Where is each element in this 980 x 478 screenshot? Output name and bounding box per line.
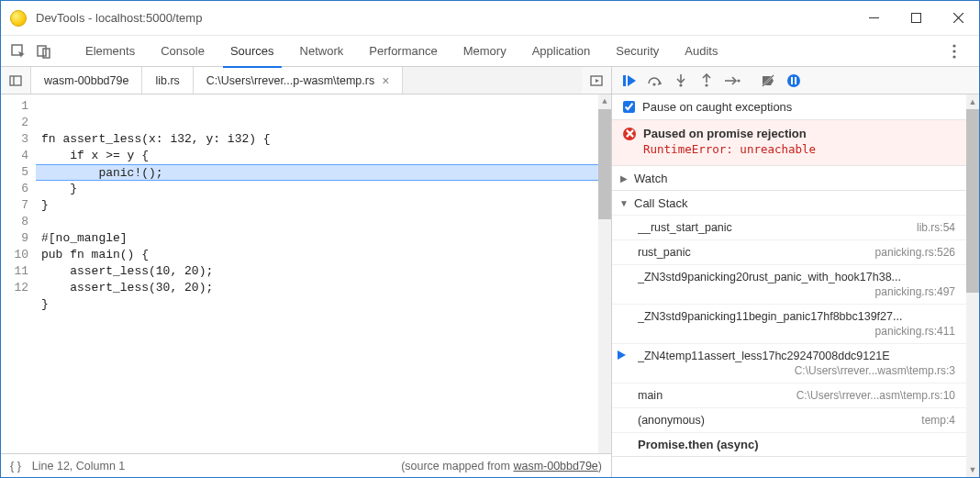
pause-caught-checkbox[interactable] <box>623 101 635 113</box>
line-number[interactable]: 4 <box>5 148 28 164</box>
resume-button[interactable] <box>621 72 638 89</box>
code-line[interactable]: pub fn main() { <box>41 247 606 263</box>
pause-caught-label: Pause on caught exceptions <box>642 100 792 114</box>
file-tab[interactable]: C:\Users\rrever...p-wasm\temp.rs× <box>194 67 404 94</box>
line-number[interactable]: 9 <box>5 230 28 247</box>
debugger-scrollbar[interactable]: ▲ ▼ <box>966 94 979 477</box>
chevron-down-icon: ▼ <box>619 198 629 208</box>
watch-section: ▶ Watch <box>612 166 966 191</box>
panel-tabs: ElementsConsoleSourcesNetworkPerformance… <box>72 36 937 67</box>
run-snippet-icon[interactable] <box>582 67 611 94</box>
watch-section-header[interactable]: ▶ Watch <box>612 166 966 190</box>
frame-location: C:\Users\rrever...asm\temp.rs:10 <box>796 389 955 402</box>
svg-point-9 <box>952 55 955 58</box>
svg-point-22 <box>737 79 740 82</box>
line-number[interactable]: 10 <box>5 247 28 263</box>
callstack-frame[interactable]: mainC:\Users\rrever...asm\temp.rs:10 <box>612 383 966 407</box>
app-icon <box>10 10 27 27</box>
file-tab[interactable]: wasm-00bbd79e <box>31 67 142 94</box>
frame-function: _ZN3std9panicking20rust_panic_with_hook1… <box>638 271 901 283</box>
callstack-frame[interactable]: __rust_start_paniclib.rs:54 <box>612 215 966 239</box>
tab-audits[interactable]: Audits <box>672 36 730 67</box>
editor-scrollbar[interactable]: ▲ <box>598 94 611 453</box>
tab-memory[interactable]: Memory <box>451 36 519 67</box>
line-number[interactable]: 3 <box>5 131 28 148</box>
svg-rect-5 <box>38 46 46 56</box>
code-line[interactable]: } <box>41 296 606 313</box>
file-tab-label: lib.rs <box>155 74 179 87</box>
close-button[interactable] <box>937 1 979 36</box>
scroll-up-icon[interactable]: ▲ <box>598 94 611 109</box>
deactivate-breakpoints-button[interactable] <box>760 72 776 89</box>
tab-application[interactable]: Application <box>519 36 604 67</box>
editor-pane: wasm-00bbd79elib.rsC:\Users\rrever...p-w… <box>1 67 612 477</box>
code-line[interactable]: if x >= y { <box>41 148 606 164</box>
minimize-button[interactable] <box>852 1 895 36</box>
code-line[interactable]: #[no_mangle] <box>41 230 606 247</box>
tab-console[interactable]: Console <box>148 36 217 67</box>
line-number[interactable]: 6 <box>5 181 28 197</box>
code-line[interactable] <box>41 214 606 230</box>
device-toolbar-icon[interactable] <box>34 41 54 61</box>
more-options-icon[interactable] <box>946 43 963 60</box>
scroll-down-icon[interactable]: ▼ <box>966 462 979 477</box>
code-line[interactable]: fn assert_less(x: i32, y: i32) { <box>41 131 606 148</box>
close-icon[interactable]: × <box>382 74 389 87</box>
editor-statusbar: { } Line 12, Column 1 (source mapped fro… <box>1 453 611 477</box>
step-out-button[interactable] <box>698 72 715 89</box>
file-tab[interactable]: lib.rs <box>142 67 193 94</box>
line-number[interactable]: 12 <box>5 280 28 296</box>
callstack-frame[interactable]: _ZN4temp11assert_less17hc29247008ddc9121… <box>612 343 966 383</box>
line-number[interactable]: 2 <box>5 115 28 131</box>
maximize-button[interactable] <box>895 1 937 36</box>
frame-location: temp:4 <box>921 414 955 427</box>
tab-performance[interactable]: Performance <box>356 36 450 67</box>
callstack-frame[interactable]: _ZN3std9panicking11begin_panic17hf8bbc13… <box>612 304 966 343</box>
code-line[interactable] <box>41 313 606 329</box>
svg-point-20 <box>705 83 707 86</box>
line-number[interactable]: 11 <box>5 263 28 280</box>
code-line[interactable]: assert_less(10, 20); <box>41 263 606 280</box>
frame-location: panicking.rs:497 <box>875 285 955 298</box>
pause-on-exceptions-button[interactable] <box>785 72 802 89</box>
line-number[interactable]: 1 <box>5 98 28 115</box>
file-tab-label: C:\Users\rrever...p-wasm\temp.rs <box>206 74 374 87</box>
code-line[interactable]: } <box>41 181 606 197</box>
line-number[interactable]: 7 <box>5 197 28 214</box>
scroll-up-icon[interactable]: ▲ <box>966 94 979 109</box>
callstack-frame[interactable]: rust_panicpanicking.rs:526 <box>612 239 966 264</box>
navigator-toggle-icon[interactable] <box>1 67 30 94</box>
line-number[interactable]: 5 <box>5 164 28 181</box>
callstack-frame[interactable]: (anonymous)temp:4 <box>612 407 966 432</box>
tab-security[interactable]: Security <box>603 36 672 67</box>
line-number[interactable]: 8 <box>5 214 28 230</box>
code-line[interactable]: panic!(); <box>36 164 611 181</box>
code-content[interactable]: fn assert_less(x: i32, y: i32) { if x >=… <box>36 94 611 453</box>
svg-rect-10 <box>10 76 21 85</box>
frame-function: _ZN4temp11assert_less17hc29247008ddc9121… <box>638 350 890 362</box>
main-split: wasm-00bbd79elib.rsC:\Users\rrever...p-w… <box>1 67 979 477</box>
code-line[interactable]: assert_less(30, 20); <box>41 280 606 296</box>
step-into-button[interactable] <box>673 72 689 89</box>
devtools-window: DevTools - localhost:5000/temp <box>0 0 980 478</box>
callstack-frame[interactable]: _ZN3std9panicking20rust_panic_with_hook1… <box>612 264 966 304</box>
callstack-section-header[interactable]: ▼ Call Stack <box>612 191 966 215</box>
tab-sources[interactable]: Sources <box>217 36 287 67</box>
paused-message-box: Paused on promise rejection RuntimeError… <box>612 120 966 166</box>
inspect-element-icon[interactable] <box>8 41 28 61</box>
step-button[interactable] <box>724 72 741 89</box>
pretty-print-icon[interactable]: { } <box>10 460 21 472</box>
svg-rect-27 <box>795 77 796 84</box>
frame-function: (anonymous) <box>638 414 705 427</box>
tab-network[interactable]: Network <box>287 36 357 67</box>
frame-location: C:\Users\rrever...wasm\temp.rs:3 <box>795 364 955 377</box>
code-editor[interactable]: 123456789101112 fn assert_less(x: i32, y… <box>1 94 611 453</box>
step-over-button[interactable] <box>647 72 663 89</box>
frame-function: _ZN3std9panicking11begin_panic17hf8bbc13… <box>638 310 902 323</box>
code-line[interactable]: } <box>41 197 606 214</box>
scroll-thumb[interactable] <box>598 109 611 219</box>
source-map-link[interactable]: wasm-00bbd79e <box>513 460 597 472</box>
tab-elements[interactable]: Elements <box>72 36 148 67</box>
scroll-thumb[interactable] <box>966 109 979 293</box>
chevron-right-icon: ▶ <box>619 173 629 183</box>
